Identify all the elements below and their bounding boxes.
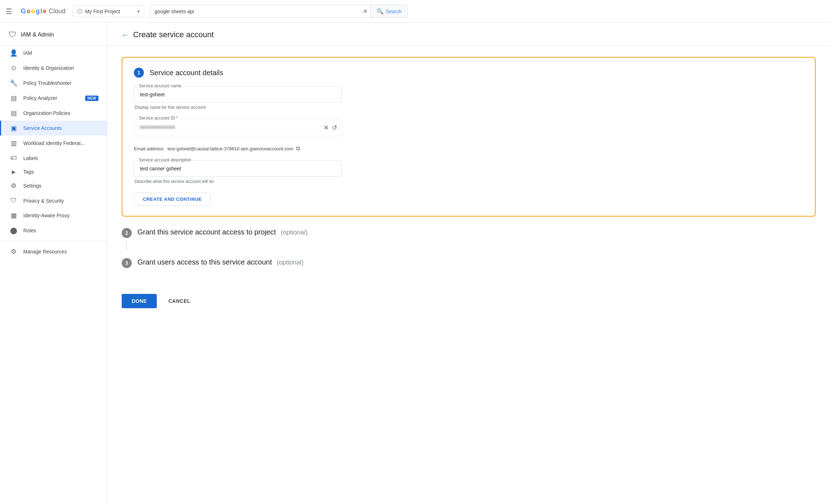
step3-title: Grant users access to this service accou…	[137, 258, 304, 266]
nav-divider	[0, 241, 107, 241]
org-policies-icon: ▤	[10, 109, 18, 117]
search-icon: 🔍	[377, 8, 384, 15]
sidebar-item-workload-identity[interactable]: ▥ Workload Identity Federat...	[0, 136, 107, 151]
search-bar: ✕ 🔍 Search	[150, 5, 408, 18]
iam-shield-icon: 🛡	[9, 30, 16, 39]
sidebar-item-labels[interactable]: 🏷 Labels	[0, 151, 107, 165]
sidebar-item-identity-aware-proxy[interactable]: ▦ Identity-Aware Proxy	[0, 208, 107, 223]
service-id-clear-icon[interactable]: ✕	[324, 124, 329, 132]
identity-org-icon: ⊙	[10, 64, 18, 72]
step2-number: 2	[122, 228, 132, 238]
step2-section: 2 Grant this service account access to p…	[122, 225, 816, 249]
sidebar-item-service-accounts[interactable]: ▣ Service Accounts	[0, 121, 107, 136]
step1-number: 1	[134, 68, 144, 78]
logo-e: e	[43, 8, 47, 15]
policy-troubleshooter-icon: 🔧	[10, 79, 18, 87]
step2-content: Grant this service account access to pro…	[137, 228, 307, 236]
step2-title: Grant this service account access to pro…	[137, 228, 307, 236]
sidebar-item-tags[interactable]: ▶ Tags	[0, 165, 107, 178]
sidebar-item-privacy-security[interactable]: 🛡 Privacy & Security	[0, 193, 107, 208]
sidebar-item-manage-resources[interactable]: ⚙ Manage Resources	[0, 244, 107, 259]
tags-icon: ▶	[10, 169, 18, 175]
sidebar-item-label: Organization Policies	[23, 110, 98, 116]
sidebar-item-org-policies[interactable]: ▤ Organization Policies	[0, 106, 107, 121]
new-badge: NEW	[85, 96, 98, 101]
service-account-id-input[interactable]	[134, 118, 341, 137]
sidebar-item-label: Policy Analyzer	[23, 95, 79, 101]
id-label-group: Service account ID * ✕ ↺	[134, 118, 341, 137]
create-and-continue-button[interactable]: CREATE AND CONTINUE	[134, 193, 211, 206]
service-account-description-input[interactable]	[134, 160, 341, 177]
email-row: Email address: test-gsheet@causal-lattic…	[134, 145, 804, 152]
privacy-security-icon: 🛡	[10, 197, 18, 204]
page-title: Create service account	[133, 30, 214, 39]
sidebar-item-iam[interactable]: 👤 IAM	[0, 45, 107, 60]
service-account-description-field: Service account description Describe wha…	[134, 160, 804, 184]
menu-icon[interactable]: ☰	[6, 7, 12, 16]
sidebar-item-label: IAM	[23, 50, 98, 56]
topbar: ☰ G o o g l e Cloud ⬡ My First Project ▾…	[0, 0, 830, 23]
search-button[interactable]: 🔍 Search	[370, 5, 407, 18]
service-id-refresh-icon[interactable]: ↺	[332, 124, 337, 132]
logo-o1: o	[26, 8, 30, 15]
project-chevron-icon: ▾	[137, 9, 140, 14]
step1-box: 1 Service account details Service accoun…	[122, 57, 816, 217]
name-label-group: Service account name	[134, 86, 804, 103]
done-button[interactable]: DONE	[122, 294, 157, 308]
labels-icon: 🏷	[10, 154, 18, 162]
project-name: My First Project	[85, 9, 135, 14]
id-label: Service account ID *	[137, 116, 179, 121]
search-clear-icon[interactable]: ✕	[360, 8, 370, 15]
step3-content: Grant users access to this service accou…	[137, 258, 304, 266]
sidebar-item-settings[interactable]: ⚙ Settings	[0, 178, 107, 193]
sidebar-item-label: Roles	[23, 228, 98, 233]
email-value: test-gsheet@causal-lattice-378610.iam.gs…	[168, 146, 293, 151]
settings-icon: ⚙	[10, 182, 18, 190]
service-account-name-input[interactable]	[134, 86, 341, 103]
sidebar: 🛡 IAM & Admin 👤 IAM ⊙ Identity & Organiz…	[0, 23, 107, 504]
logo-g2: g	[36, 8, 40, 15]
sidebar-item-label: Identity-Aware Proxy	[23, 213, 98, 218]
search-button-label: Search	[386, 9, 402, 14]
email-prefix: Email address:	[134, 146, 165, 151]
step1-title: Service account details	[150, 69, 223, 77]
service-account-id-field: Service account ID * ✕ ↺	[134, 118, 804, 137]
sidebar-item-identity-org[interactable]: ⊙ Identity & Organization	[0, 60, 107, 76]
sidebar-item-policy-troubleshooter[interactable]: 🔧 Policy Troubleshooter	[0, 76, 107, 91]
sidebar-item-label: Labels	[23, 155, 98, 161]
description-label: Service account description	[137, 158, 193, 163]
page-header: ← Create service account	[107, 23, 830, 45]
step3-section: 3 Grant users access to this service acc…	[122, 255, 816, 271]
logo-l: l	[40, 8, 42, 15]
main-content: ← Create service account 1 Service accou…	[107, 23, 830, 504]
sidebar-item-label: Manage Resources	[23, 249, 98, 255]
google-cloud-logo: G o o g l e Cloud	[21, 8, 65, 15]
layout: 🛡 IAM & Admin 👤 IAM ⊙ Identity & Organiz…	[0, 23, 830, 504]
sidebar-item-label: Policy Troubleshooter	[23, 80, 98, 86]
iam-icon: 👤	[10, 49, 18, 57]
back-button[interactable]: ←	[122, 31, 129, 39]
name-label: Service account name	[137, 83, 183, 88]
step2-subtitle: (optional)	[281, 229, 307, 236]
step3-subtitle: (optional)	[277, 259, 304, 266]
step3-number: 3	[122, 258, 132, 268]
sidebar-item-policy-analyzer[interactable]: ▤ Policy Analyzer NEW	[0, 91, 107, 106]
sidebar-item-label: Privacy & Security	[23, 198, 98, 204]
roles-icon: ⬤	[10, 227, 18, 234]
project-selector[interactable]: ⬡ My First Project ▾	[73, 5, 144, 17]
description-hint: Describe what this service account will …	[134, 179, 804, 184]
project-icon: ⬡	[77, 8, 82, 15]
sidebar-item-roles[interactable]: ⬤ Roles	[0, 223, 107, 238]
sidebar-item-label: Workload Identity Federat...	[23, 140, 98, 146]
sidebar-title: IAM & Admin	[21, 32, 54, 38]
sidebar-item-label: Settings	[23, 183, 98, 189]
identity-aware-proxy-icon: ▦	[10, 212, 18, 219]
step2-connector-line	[126, 241, 127, 249]
step2-header: 2 Grant this service account access to p…	[122, 225, 816, 241]
content-area: 1 Service account details Service accoun…	[107, 45, 830, 288]
policy-analyzer-icon: ▤	[10, 94, 18, 102]
step1-header: 1 Service account details	[134, 68, 804, 78]
search-input[interactable]	[150, 6, 360, 17]
cancel-button[interactable]: CANCEL	[162, 294, 196, 308]
copy-email-icon[interactable]: ⧉	[296, 145, 300, 152]
